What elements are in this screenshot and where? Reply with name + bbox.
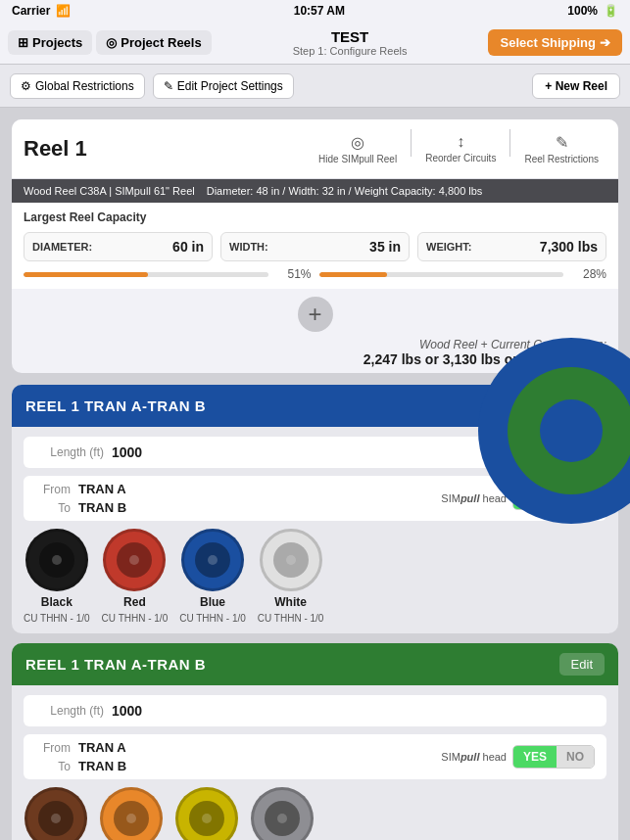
battery-label: 100% (567, 4, 598, 18)
simpull-wrap: SIMpull head YES NO (441, 745, 595, 769)
reel-info-line: Wood Reel C38A | SIMpull 61" Reel (24, 185, 195, 197)
wire-spec: CU THHN - 1/0 (24, 613, 90, 624)
width-value: 35 in (369, 239, 401, 255)
wire-circle (100, 787, 163, 840)
wire-inner (117, 542, 152, 578)
from-value: TRAN A (78, 482, 126, 496)
add-circuit-row: + (12, 289, 618, 336)
wire-name: White (274, 595, 307, 609)
wire-item: Gray AL THHN - 1/0 (250, 787, 314, 840)
wire-item: Blue CU THHN - 1/0 (179, 529, 246, 624)
weight-pct: 28% (571, 267, 606, 281)
length-label: Length (ft) (35, 704, 104, 718)
reel-icon: ◎ (106, 35, 117, 50)
length-row: Length (ft) 1000 (24, 695, 606, 726)
wire-circle (24, 787, 87, 840)
wire-circle (251, 787, 314, 840)
wire-circle (181, 529, 244, 591)
reorder-label: Reorder Circuits (425, 153, 496, 163)
wire-name: Black (41, 595, 73, 609)
width-metric: WIDTH: 35 in (220, 232, 410, 261)
reel-title: Reel 1 (24, 136, 87, 162)
capacity-section: Largest Reel Capacity DIAMETER: 60 in WI… (12, 203, 618, 289)
simpull-yes-button[interactable]: YES (513, 746, 557, 768)
new-reel-button[interactable]: + New Reel (532, 73, 620, 99)
restrictions-icon: ✎ (556, 133, 568, 152)
reel-info-details: Diameter: 48 in / Width: 32 in / Weight … (207, 185, 483, 197)
to-label: To (35, 501, 71, 515)
carrier-label: Carrier (12, 4, 50, 18)
select-shipping-button[interactable]: Select Shipping ➔ (488, 29, 622, 56)
diameter-value: 60 in (172, 239, 204, 255)
circuit-edit-button[interactable]: Edit (559, 395, 605, 417)
wire-name: Red (123, 595, 146, 609)
to-value: TRAN B (78, 500, 126, 515)
project-reels-button[interactable]: ◎ Project Reels (96, 30, 211, 55)
wires-row: Black CU THHN - 1/0 Red CU THHN - 1/0 (24, 529, 606, 624)
to-item: To TRAN B (35, 500, 126, 515)
simpull-yes-button[interactable]: YES (513, 488, 557, 509)
from-label: From (35, 483, 71, 496)
simpull-no-button[interactable]: NO (557, 488, 594, 509)
nav-title-sub: Step 1: Configure Reels (212, 45, 489, 57)
edit-project-settings-button[interactable]: ✎ Edit Project Settings (153, 73, 294, 99)
to-label: To (35, 760, 71, 773)
global-restrictions-button[interactable]: ⚙ Global Restrictions (10, 73, 145, 99)
edit-icon: ✎ (164, 79, 173, 93)
reel-header: Reel 1 ◎ Hide SIMpull Reel ↕ Reorder Cir… (12, 119, 618, 179)
reel-actions: ◎ Hide SIMpull Reel ↕ Reorder Circuits ✎… (311, 129, 606, 168)
simpull-no-button[interactable]: NO (557, 746, 594, 768)
wire-spec: CU THHN - 1/0 (102, 613, 169, 624)
arrow-right-icon: ➔ (600, 35, 610, 50)
hide-simpull-button[interactable]: ◎ Hide SIMpull Reel (311, 129, 405, 168)
reel-restrictions-button[interactable]: ✎ Reel Restrictions (516, 129, 606, 168)
circuit-edit-button[interactable]: Edit (559, 653, 605, 676)
simpull-wrap: SIMpull head YES NO (441, 487, 595, 510)
wifi-icon: 📶 (56, 4, 71, 18)
circuits-container: REEL 1 TRAN A-TRAN B Edit Length (ft) 10… (12, 385, 618, 840)
weight-progress-bar (319, 272, 564, 277)
weight-value-detail: 2,247 lbs or 3,130 lbs on SIMpull Reel (363, 351, 606, 367)
wire-item: Black CU THHN - 1/0 (24, 529, 90, 624)
reorder-circuits-button[interactable]: ↕ Reorder Circuits (417, 129, 504, 168)
projects-icon: ⊞ (18, 35, 28, 50)
wire-inner (39, 542, 74, 578)
diameter-progress-fill (24, 272, 148, 277)
hide-simpull-label: Hide SIMpull Reel (318, 154, 397, 164)
wire-inner (273, 542, 309, 578)
main-content: Reel 1 ◎ Hide SIMpull Reel ↕ Reorder Cir… (0, 108, 630, 840)
reel-card: Reel 1 ◎ Hide SIMpull Reel ↕ Reorder Cir… (12, 119, 618, 373)
settings-icon: ⚙ (21, 79, 31, 93)
weight-label: Weight: (426, 241, 471, 253)
capacity-title: Largest Reel Capacity (24, 210, 606, 224)
to-value: TRAN B (78, 759, 126, 773)
status-bar: Carrier 📶 10:57 AM 100% 🔋 (0, 0, 630, 22)
separator-1 (411, 129, 412, 157)
simpull-toggle: YES NO (512, 487, 595, 510)
reel-info-row: Wood Reel C38A | SIMpull 61" Reel Diamet… (12, 179, 618, 203)
wire-item: Orange AL THHN - 1/0 (99, 787, 163, 840)
wire-inner (195, 542, 230, 578)
nav-title-main: TEST (212, 28, 489, 45)
hide-icon: ◎ (351, 133, 364, 152)
add-circuit-button[interactable]: + (298, 297, 333, 332)
wire-inner (114, 801, 149, 836)
battery-icon: 🔋 (604, 4, 618, 18)
circuit-header: REEL 1 TRAN A-TRAN B Edit (12, 643, 618, 685)
wire-item: Red CU THHN - 1/0 (102, 529, 169, 624)
new-reel-label: + New Reel (545, 79, 607, 93)
wire-item: Brown AL THHN - 1/0 (24, 787, 87, 840)
from-item: From TRAN A (35, 740, 126, 755)
weight-note: Wood Reel + Current Configuration: 2,247… (12, 336, 618, 373)
projects-button[interactable]: ⊞ Projects (8, 30, 92, 55)
wire-circle (25, 529, 88, 591)
from-value: TRAN A (78, 740, 126, 755)
wire-name: Blue (200, 595, 225, 609)
circuit-body: Length (ft) 1000 From TRAN A To TRAN B (12, 427, 618, 633)
toolbar: ⚙ Global Restrictions ✎ Edit Project Set… (0, 65, 630, 108)
from-to-left: From TRAN A To TRAN B (35, 740, 126, 773)
simpull-label: SIMpull head (441, 751, 507, 763)
wire-spec: CU THHN - 1/0 (179, 613, 246, 624)
from-to-row: From TRAN A To TRAN B SIMpull head YES N… (24, 734, 606, 779)
capacity-metrics: DIAMETER: 60 in WIDTH: 35 in Weight: 7,3… (24, 232, 606, 261)
